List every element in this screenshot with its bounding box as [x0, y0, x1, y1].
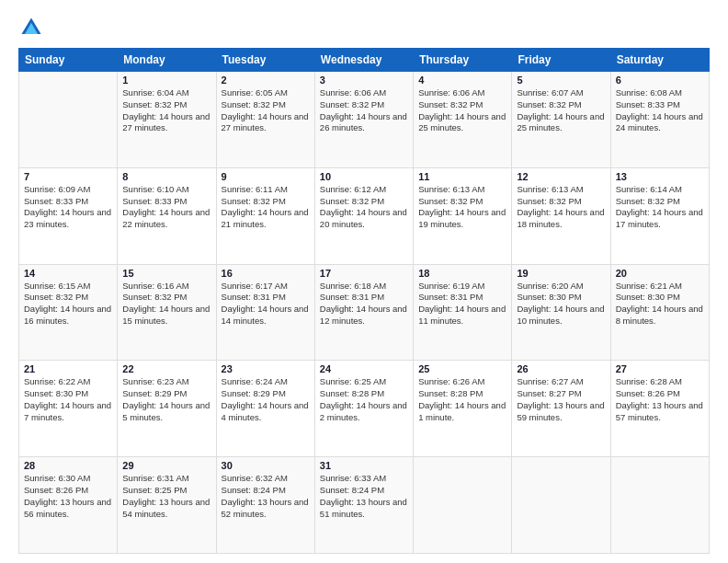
- calendar-cell: 16Sunrise: 6:17 AMSunset: 8:31 PMDayligh…: [216, 264, 314, 361]
- day-info: Sunrise: 6:17 AMSunset: 8:31 PMDaylight:…: [222, 281, 310, 327]
- day-number: 13: [616, 171, 704, 182]
- day-info: Sunrise: 6:10 AMSunset: 8:33 PMDaylight:…: [122, 184, 210, 231]
- day-number: 5: [517, 75, 605, 86]
- day-number: 22: [122, 363, 210, 374]
- day-number: 8: [122, 171, 210, 182]
- day-number: 7: [24, 171, 112, 182]
- day-info: Sunrise: 6:30 AMSunset: 8:26 PMDaylight:…: [24, 473, 112, 520]
- day-info: Sunrise: 6:19 AMSunset: 8:31 PMDaylight:…: [418, 281, 506, 327]
- calendar-cell: 1Sunrise: 6:04 AMSunset: 8:32 PMDaylight…: [118, 72, 216, 168]
- weekday-header-thursday: Thursday: [414, 49, 512, 72]
- day-number: 31: [320, 460, 408, 471]
- calendar-cell: 31Sunrise: 6:33 AMSunset: 8:24 PMDayligh…: [314, 457, 413, 554]
- day-number: 16: [222, 268, 310, 279]
- calendar-cell: 8Sunrise: 6:10 AMSunset: 8:33 PMDaylight…: [118, 167, 216, 264]
- calendar-table: SundayMondayTuesdayWednesdayThursdayFrid…: [18, 48, 710, 554]
- day-info: Sunrise: 6:31 AMSunset: 8:25 PMDaylight:…: [122, 473, 210, 520]
- day-number: 4: [418, 75, 506, 86]
- calendar-week-row: 14Sunrise: 6:15 AMSunset: 8:32 PMDayligh…: [19, 264, 710, 361]
- day-number: 10: [320, 171, 408, 182]
- calendar-cell: 12Sunrise: 6:13 AMSunset: 8:32 PMDayligh…: [512, 167, 610, 264]
- calendar-cell: 10Sunrise: 6:12 AMSunset: 8:32 PMDayligh…: [314, 167, 413, 264]
- calendar-week-row: 28Sunrise: 6:30 AMSunset: 8:26 PMDayligh…: [19, 457, 710, 554]
- day-info: Sunrise: 6:20 AMSunset: 8:30 PMDaylight:…: [517, 281, 605, 327]
- day-info: Sunrise: 6:21 AMSunset: 8:30 PMDaylight:…: [616, 281, 704, 327]
- header: [18, 15, 710, 40]
- calendar-week-row: 21Sunrise: 6:22 AMSunset: 8:30 PMDayligh…: [19, 361, 710, 457]
- calendar-week-row: 1Sunrise: 6:04 AMSunset: 8:32 PMDaylight…: [19, 72, 710, 168]
- day-number: 18: [418, 268, 506, 279]
- calendar-cell: [512, 457, 610, 554]
- calendar-cell: [610, 457, 709, 554]
- calendar-cell: 27Sunrise: 6:28 AMSunset: 8:26 PMDayligh…: [610, 361, 709, 457]
- calendar-cell: 23Sunrise: 6:24 AMSunset: 8:29 PMDayligh…: [216, 361, 314, 457]
- day-number: 29: [122, 460, 210, 471]
- day-info: Sunrise: 6:13 AMSunset: 8:32 PMDaylight:…: [418, 184, 506, 231]
- day-info: Sunrise: 6:11 AMSunset: 8:32 PMDaylight:…: [222, 184, 310, 231]
- day-number: 26: [517, 363, 605, 374]
- calendar-cell: [414, 457, 512, 554]
- day-info: Sunrise: 6:09 AMSunset: 8:33 PMDaylight:…: [24, 184, 112, 231]
- day-info: Sunrise: 6:05 AMSunset: 8:32 PMDaylight:…: [222, 87, 310, 134]
- day-info: Sunrise: 6:23 AMSunset: 8:29 PMDaylight:…: [122, 376, 210, 423]
- calendar-cell: 20Sunrise: 6:21 AMSunset: 8:30 PMDayligh…: [610, 264, 709, 361]
- calendar-cell: 25Sunrise: 6:26 AMSunset: 8:28 PMDayligh…: [414, 361, 512, 457]
- day-number: 28: [24, 460, 112, 471]
- calendar-cell: 15Sunrise: 6:16 AMSunset: 8:32 PMDayligh…: [118, 264, 216, 361]
- calendar-week-row: 7Sunrise: 6:09 AMSunset: 8:33 PMDaylight…: [19, 167, 710, 264]
- day-info: Sunrise: 6:06 AMSunset: 8:32 PMDaylight:…: [320, 87, 408, 134]
- calendar-cell: 19Sunrise: 6:20 AMSunset: 8:30 PMDayligh…: [512, 264, 610, 361]
- day-info: Sunrise: 6:08 AMSunset: 8:33 PMDaylight:…: [616, 87, 704, 134]
- day-number: 21: [24, 363, 112, 374]
- page: SundayMondayTuesdayWednesdayThursdayFrid…: [0, 0, 728, 563]
- day-number: 30: [222, 460, 310, 471]
- weekday-header-row: SundayMondayTuesdayWednesdayThursdayFrid…: [19, 49, 710, 72]
- day-number: 3: [320, 75, 408, 86]
- calendar-cell: 3Sunrise: 6:06 AMSunset: 8:32 PMDaylight…: [314, 72, 413, 168]
- day-info: Sunrise: 6:06 AMSunset: 8:32 PMDaylight:…: [418, 87, 506, 134]
- calendar-cell: 18Sunrise: 6:19 AMSunset: 8:31 PMDayligh…: [414, 264, 512, 361]
- calendar-cell: 7Sunrise: 6:09 AMSunset: 8:33 PMDaylight…: [19, 167, 118, 264]
- day-info: Sunrise: 6:33 AMSunset: 8:24 PMDaylight:…: [320, 473, 408, 520]
- day-number: 6: [616, 75, 704, 86]
- day-info: Sunrise: 6:25 AMSunset: 8:28 PMDaylight:…: [320, 376, 408, 423]
- day-number: 9: [222, 171, 310, 182]
- logo: [18, 15, 48, 40]
- weekday-header-friday: Friday: [512, 49, 610, 72]
- day-info: Sunrise: 6:13 AMSunset: 8:32 PMDaylight:…: [517, 184, 605, 231]
- calendar-cell: 11Sunrise: 6:13 AMSunset: 8:32 PMDayligh…: [414, 167, 512, 264]
- day-number: 2: [222, 75, 310, 86]
- day-number: 19: [517, 268, 605, 279]
- day-info: Sunrise: 6:14 AMSunset: 8:32 PMDaylight:…: [616, 184, 704, 231]
- calendar-cell: 9Sunrise: 6:11 AMSunset: 8:32 PMDaylight…: [216, 167, 314, 264]
- day-number: 23: [222, 363, 310, 374]
- day-number: 11: [418, 171, 506, 182]
- calendar-cell: 26Sunrise: 6:27 AMSunset: 8:27 PMDayligh…: [512, 361, 610, 457]
- calendar-cell: 24Sunrise: 6:25 AMSunset: 8:28 PMDayligh…: [314, 361, 413, 457]
- calendar-cell: 28Sunrise: 6:30 AMSunset: 8:26 PMDayligh…: [19, 457, 118, 554]
- day-number: 14: [24, 268, 112, 279]
- day-info: Sunrise: 6:32 AMSunset: 8:24 PMDaylight:…: [222, 473, 310, 520]
- calendar-cell: 2Sunrise: 6:05 AMSunset: 8:32 PMDaylight…: [216, 72, 314, 168]
- day-number: 27: [616, 363, 704, 374]
- day-number: 12: [517, 171, 605, 182]
- weekday-header-sunday: Sunday: [19, 49, 118, 72]
- calendar-cell: 5Sunrise: 6:07 AMSunset: 8:32 PMDaylight…: [512, 72, 610, 168]
- day-info: Sunrise: 6:27 AMSunset: 8:27 PMDaylight:…: [517, 376, 605, 423]
- day-info: Sunrise: 6:28 AMSunset: 8:26 PMDaylight:…: [616, 376, 704, 423]
- logo-icon: [18, 15, 44, 40]
- day-info: Sunrise: 6:12 AMSunset: 8:32 PMDaylight:…: [320, 184, 408, 231]
- calendar-cell: 6Sunrise: 6:08 AMSunset: 8:33 PMDaylight…: [610, 72, 709, 168]
- calendar-cell: 17Sunrise: 6:18 AMSunset: 8:31 PMDayligh…: [314, 264, 413, 361]
- calendar-cell: 14Sunrise: 6:15 AMSunset: 8:32 PMDayligh…: [19, 264, 118, 361]
- calendar-cell: 4Sunrise: 6:06 AMSunset: 8:32 PMDaylight…: [414, 72, 512, 168]
- day-number: 25: [418, 363, 506, 374]
- day-info: Sunrise: 6:07 AMSunset: 8:32 PMDaylight:…: [517, 87, 605, 134]
- calendar-cell: 30Sunrise: 6:32 AMSunset: 8:24 PMDayligh…: [216, 457, 314, 554]
- calendar-cell: 29Sunrise: 6:31 AMSunset: 8:25 PMDayligh…: [118, 457, 216, 554]
- day-info: Sunrise: 6:04 AMSunset: 8:32 PMDaylight:…: [122, 87, 210, 134]
- calendar-cell: 22Sunrise: 6:23 AMSunset: 8:29 PMDayligh…: [118, 361, 216, 457]
- weekday-header-saturday: Saturday: [610, 49, 709, 72]
- day-number: 17: [320, 268, 408, 279]
- calendar-cell: 13Sunrise: 6:14 AMSunset: 8:32 PMDayligh…: [610, 167, 709, 264]
